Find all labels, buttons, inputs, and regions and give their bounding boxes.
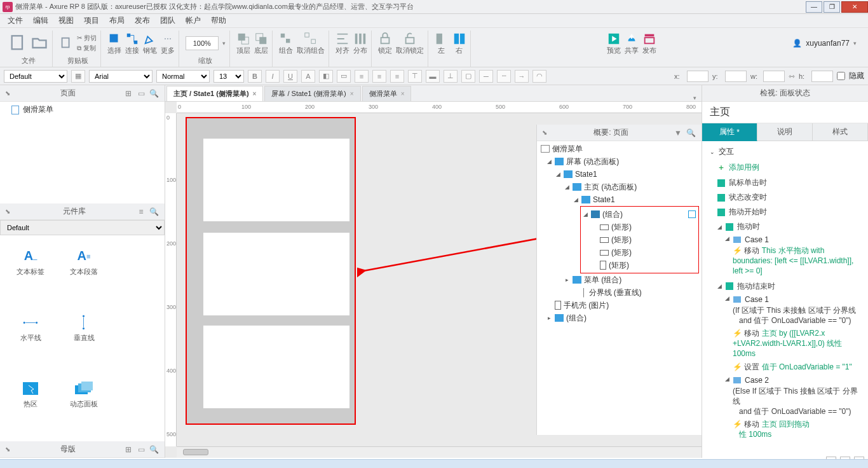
canvas[interactable]: ⬊ 概要: 页面 ▼ 🔍 侧滑菜单 ◢屏幕 (动态面板) ◢State1 ◢主页… bbox=[177, 113, 702, 446]
action-move-drag[interactable]: ⚡ 移动 This 水平拖动 with boundaries: [left <=… bbox=[702, 245, 868, 279]
new-file-icon[interactable] bbox=[9, 34, 27, 52]
outline-divider[interactable]: │分界线 (垂直线) bbox=[537, 286, 702, 299]
align-left-button[interactable]: ≡ bbox=[355, 70, 369, 83]
filter-icon[interactable]: ▼ bbox=[672, 127, 684, 139]
valign-top-button[interactable]: ⊤ bbox=[408, 70, 422, 83]
lock-aspect-icon[interactable]: ⇿ bbox=[789, 72, 795, 81]
align-right-icon[interactable] bbox=[452, 32, 466, 46]
add-folder-icon[interactable]: ▭ bbox=[135, 88, 147, 99]
outline-state1b[interactable]: ◢State1 bbox=[537, 193, 702, 206]
distribute-icon[interactable] bbox=[353, 32, 367, 46]
line-button[interactable]: ─ bbox=[479, 70, 493, 83]
add-page-icon[interactable]: ⊞ bbox=[123, 88, 134, 99]
menu-account[interactable]: 帐户 bbox=[180, 14, 206, 27]
library-select[interactable]: Default bbox=[0, 220, 165, 235]
close-icon[interactable]: × bbox=[401, 90, 405, 97]
lib-hotspot[interactable]: 热区 bbox=[4, 371, 57, 417]
copy-button[interactable]: ⧉ 复制 bbox=[77, 44, 97, 53]
font-size-select[interactable]: 13 bbox=[214, 70, 244, 83]
tab-properties[interactable]: 属性 * bbox=[702, 123, 757, 141]
lib-dynamic-panel[interactable]: 动态面板 bbox=[57, 371, 111, 417]
lib-search-icon[interactable]: 🔍 bbox=[148, 206, 159, 217]
hidden-checkbox[interactable] bbox=[837, 72, 845, 80]
publish-icon[interactable] bbox=[642, 32, 656, 46]
style-select[interactable]: Default bbox=[4, 70, 67, 83]
ungroup-icon[interactable] bbox=[304, 32, 318, 46]
action-set-var[interactable]: ⚡ 设置 值于 OnLoadVariable = "1" bbox=[702, 362, 868, 375]
menu-publish[interactable]: 发布 bbox=[130, 14, 155, 27]
pen-icon[interactable] bbox=[143, 32, 157, 46]
tab-side[interactable]: 侧滑菜单× bbox=[362, 86, 412, 101]
event-drag[interactable]: ◢拖动时 bbox=[702, 219, 868, 234]
h-input[interactable] bbox=[811, 71, 833, 82]
x-input[interactable] bbox=[687, 71, 709, 82]
canvas-area[interactable]: 0100200300400500600700800 01002003004005… bbox=[165, 102, 702, 458]
event-click[interactable]: 鼠标单击时 bbox=[702, 176, 868, 190]
menu-team[interactable]: 团队 bbox=[155, 14, 180, 27]
fill-button[interactable]: ▢ bbox=[461, 70, 475, 83]
outline-screen[interactable]: ◢屏幕 (动态面板) bbox=[537, 155, 702, 168]
outline-group2[interactable]: ▸(组合) bbox=[537, 312, 702, 324]
lib-vline[interactable]: •──•垂直线 bbox=[57, 305, 111, 351]
outline-rect[interactable]: (矩形) bbox=[581, 221, 698, 233]
tabs-overflow-icon[interactable]: ▾ bbox=[688, 95, 702, 101]
menu-layout[interactable]: 布局 bbox=[104, 14, 130, 27]
outline-search-icon[interactable]: 🔍 bbox=[685, 127, 696, 139]
preview-icon[interactable] bbox=[607, 32, 621, 46]
menu-edit[interactable]: 编辑 bbox=[28, 14, 53, 27]
master-search-icon[interactable]: 🔍 bbox=[148, 444, 159, 455]
paste-icon[interactable] bbox=[59, 36, 73, 50]
outline-rect[interactable]: (矩形) bbox=[581, 246, 698, 259]
align-icon[interactable] bbox=[336, 32, 349, 46]
lock-icon[interactable] bbox=[378, 32, 392, 46]
user-menu[interactable]: 👤 xuyuanfan77 ▾ bbox=[792, 31, 863, 56]
outline-group1[interactable]: ◢(组合) bbox=[581, 208, 698, 221]
text-color-button[interactable]: A bbox=[301, 70, 315, 83]
outline-home[interactable]: ◢主页 (动态面板) bbox=[537, 181, 702, 193]
arrow-button[interactable]: → bbox=[515, 70, 529, 83]
outline-rect[interactable]: (矩形) bbox=[581, 233, 698, 246]
action-move-home[interactable]: ⚡ 移动 主页 by ([[LVAR2.x +LVAR2.width-LVAR1… bbox=[702, 328, 868, 362]
menu-project[interactable]: 项目 bbox=[79, 14, 104, 27]
unlock-icon[interactable] bbox=[403, 32, 417, 46]
bold-button[interactable]: B bbox=[248, 70, 262, 83]
case-1-dragend[interactable]: ◢Case 1 bbox=[702, 294, 868, 305]
event-drag-start[interactable]: 拖动开始时 bbox=[702, 205, 868, 219]
close-button[interactable]: ✕ bbox=[841, 1, 868, 13]
open-file-icon[interactable] bbox=[31, 34, 48, 52]
bring-front-icon[interactable] bbox=[236, 32, 250, 46]
lib-hline[interactable]: •──•水平线 bbox=[4, 305, 57, 351]
minimize-button[interactable]: — bbox=[806, 1, 822, 13]
underline-button[interactable]: U bbox=[283, 70, 297, 83]
select-icon[interactable] bbox=[107, 32, 121, 46]
valign-bot-button[interactable]: ⊥ bbox=[444, 70, 458, 83]
note-icon[interactable] bbox=[688, 210, 696, 218]
lib-text-label[interactable]: A_文本标签 bbox=[4, 239, 57, 285]
share-icon[interactable] bbox=[625, 32, 639, 46]
close-icon[interactable]: × bbox=[253, 90, 257, 97]
italic-button[interactable]: I bbox=[266, 70, 280, 83]
page-item[interactable]: 侧滑菜单 bbox=[0, 102, 165, 118]
tab-main[interactable]: 主页 / State1 (侧滑菜单)× bbox=[166, 86, 263, 101]
case-1-drag[interactable]: ◢Case 1 bbox=[702, 234, 868, 245]
cut-button[interactable]: ✂ 剪切 bbox=[77, 34, 97, 43]
canvas-rect-2[interactable] bbox=[203, 233, 349, 315]
master-folder-icon[interactable]: ▭ bbox=[135, 444, 147, 455]
outline-root[interactable]: 侧滑菜单 bbox=[537, 142, 702, 155]
align-center-button[interactable]: ≡ bbox=[372, 70, 386, 83]
outline-rect[interactable]: (矩形) bbox=[581, 259, 698, 272]
corner-radius-button[interactable]: ◠ bbox=[532, 70, 546, 83]
outline-state1a[interactable]: ◢State1 bbox=[537, 168, 702, 181]
line-style-button[interactable]: ┄ bbox=[497, 70, 511, 83]
interactions-section[interactable]: ⌄交互 bbox=[702, 144, 868, 160]
canvas-rect-1[interactable] bbox=[203, 139, 349, 221]
style-picker-icon[interactable]: ▦ bbox=[71, 70, 85, 83]
menu-help[interactable]: 帮助 bbox=[206, 14, 231, 27]
align-left-icon[interactable] bbox=[435, 32, 449, 46]
case-2-dragend[interactable]: ◢Case 2 bbox=[702, 375, 868, 386]
font-select[interactable]: Arial bbox=[89, 70, 153, 83]
maximize-button[interactable]: ❐ bbox=[824, 1, 840, 13]
add-case-button[interactable]: ＋添加用例 bbox=[702, 160, 868, 176]
align-right-button[interactable]: ≡ bbox=[390, 70, 404, 83]
group-icon[interactable] bbox=[279, 32, 293, 46]
